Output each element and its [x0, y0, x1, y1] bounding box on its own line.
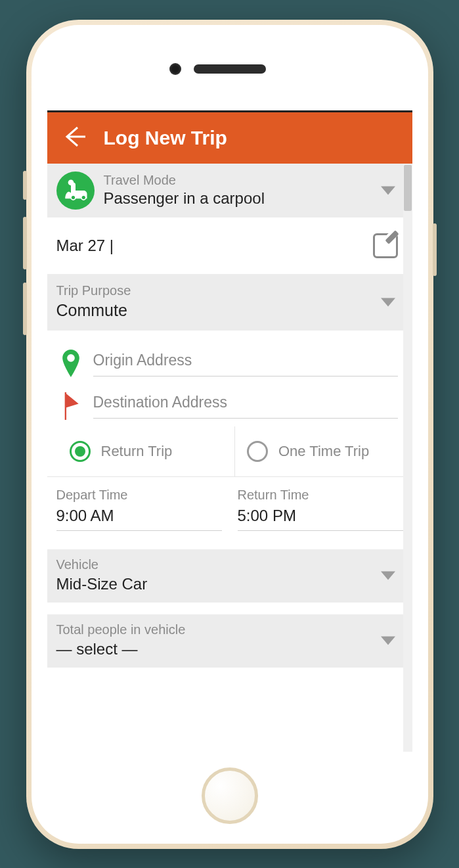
radio-unselected-icon: [247, 441, 268, 462]
phone-front-camera: [169, 63, 181, 75]
chevron-down-icon: [381, 298, 395, 306]
trip-date-value: Mar 27 |: [56, 237, 114, 255]
one-time-trip-label: One Time Trip: [278, 443, 369, 460]
times-row: Depart Time 9:00 AM Return Time 5:00 PM: [47, 477, 412, 537]
app-screen: Log New Trip Travel Mode: [47, 110, 412, 752]
page-title: Log New Trip: [104, 127, 227, 149]
phone-side-button: [23, 283, 27, 335]
phone-inner: Log New Trip Travel Mode: [32, 25, 428, 844]
scrollbar-track[interactable]: [403, 164, 412, 752]
depart-time-field[interactable]: Depart Time 9:00 AM: [56, 488, 222, 531]
people-select[interactable]: Total people in vehicle — select —: [47, 614, 412, 668]
spacer: [47, 603, 412, 614]
chevron-down-icon: [381, 572, 395, 580]
radio-selected-icon: [70, 441, 91, 462]
travel-mode-label: Travel Mode: [104, 173, 265, 188]
trip-purpose-value: Commute: [56, 301, 398, 320]
origin-input[interactable]: Origin Address: [93, 348, 398, 377]
destination-row: Destination Address: [62, 379, 398, 421]
svg-point-0: [68, 179, 74, 185]
origin-row: Origin Address: [62, 337, 398, 379]
spacer: [47, 537, 412, 549]
return-time-label: Return Time: [238, 488, 403, 503]
chevron-down-icon: [381, 637, 395, 645]
depart-time-value: 9:00 AM: [56, 507, 222, 531]
destination-flag-icon: [62, 392, 80, 416]
carpool-icon: [56, 171, 95, 210]
phone-speaker: [194, 64, 266, 74]
svg-point-2: [81, 195, 85, 200]
travel-mode-select[interactable]: Travel Mode Passenger in a carpool: [47, 164, 412, 217]
trip-date-row: Mar 27 |: [47, 217, 412, 274]
vehicle-value: Mid-Size Car: [56, 575, 398, 593]
edit-date-button[interactable]: [373, 233, 398, 258]
phone-frame: Log New Trip Travel Mode: [26, 20, 433, 849]
phone-home-button[interactable]: [202, 767, 258, 824]
chevron-down-icon: [381, 186, 395, 194]
origin-pin-icon: [62, 350, 80, 375]
depart-time-label: Depart Time: [56, 488, 222, 503]
phone-side-button: [433, 223, 437, 276]
trip-purpose-select[interactable]: Trip Purpose Commute: [47, 274, 412, 331]
people-value: — select —: [56, 640, 398, 658]
address-block: Origin Address Destination Address: [47, 331, 412, 426]
phone-side-button: [23, 171, 27, 200]
destination-input[interactable]: Destination Address: [93, 390, 398, 419]
return-time-field[interactable]: Return Time 5:00 PM: [238, 488, 403, 531]
return-trip-label: Return Trip: [101, 443, 173, 460]
svg-point-1: [71, 195, 76, 200]
app-header: Log New Trip: [47, 112, 412, 164]
form-content: Travel Mode Passenger in a carpool Mar 2…: [47, 164, 412, 752]
one-time-trip-option[interactable]: One Time Trip: [235, 426, 412, 476]
people-label: Total people in vehicle: [56, 622, 398, 637]
return-trip-option[interactable]: Return Trip: [47, 426, 236, 476]
vehicle-label: Vehicle: [56, 557, 398, 572]
return-time-value: 5:00 PM: [238, 507, 403, 531]
vehicle-select[interactable]: Vehicle Mid-Size Car: [47, 549, 412, 603]
arrow-left-icon: [62, 124, 88, 150]
travel-mode-text: Travel Mode Passenger in a carpool: [104, 173, 265, 208]
scrollbar-thumb[interactable]: [404, 165, 412, 211]
trip-type-group: Return Trip One Time Trip: [47, 426, 412, 477]
travel-mode-value: Passenger in a carpool: [104, 189, 265, 208]
phone-side-button: [23, 217, 27, 269]
trip-purpose-label: Trip Purpose: [56, 283, 398, 298]
back-button[interactable]: [62, 124, 88, 152]
